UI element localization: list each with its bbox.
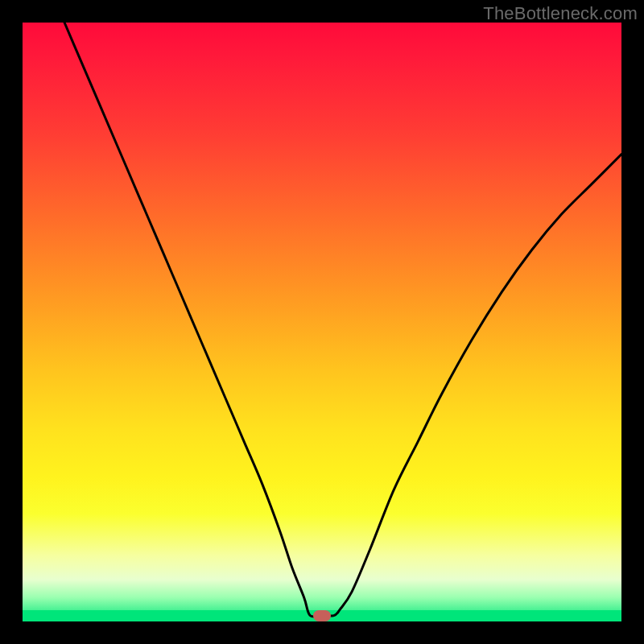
bottleneck-curve [64,23,621,617]
chart-frame: TheBottleneck.com [0,0,644,644]
curve-svg [23,23,621,621]
watermark-label: TheBottleneck.com [483,3,638,24]
minimum-marker [313,610,331,621]
plot-area [23,23,621,621]
